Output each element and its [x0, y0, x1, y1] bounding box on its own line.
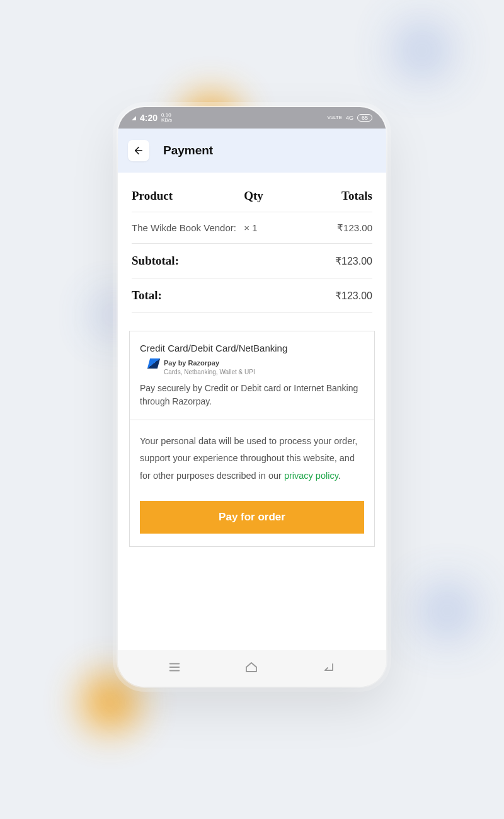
- total-value: ₹123.00: [252, 290, 372, 302]
- app-header: Payment: [118, 129, 386, 173]
- total-row: Total: ₹123.00: [132, 278, 372, 313]
- android-nav-bar: [118, 650, 386, 687]
- recent-apps-button[interactable]: [168, 660, 181, 677]
- total-label: Total:: [132, 289, 252, 302]
- arrow-left-icon: [133, 145, 144, 156]
- payment-method-desc: Pay securely by Credit or Debit card or …: [140, 382, 364, 408]
- payment-method-title: Credit Card/Debit Card/NetBanking: [140, 343, 364, 353]
- phone-frame: ◢ 4:20 0.10KB/s VoLTE 4G 65 Payment Prod…: [118, 107, 386, 687]
- home-button[interactable]: [244, 660, 259, 677]
- page-title: Payment: [163, 144, 213, 158]
- razorpay-badge: Pay by Razorpay Cards, Netbanking, Walle…: [149, 358, 364, 377]
- privacy-policy-link[interactable]: privacy policy: [284, 471, 338, 481]
- subtotal-value: ₹123.00: [252, 255, 372, 267]
- payment-method-section: Credit Card/Debit Card/NetBanking Pay by…: [130, 331, 374, 420]
- back-nav-button[interactable]: [321, 660, 336, 677]
- back-button[interactable]: [128, 140, 149, 161]
- subtotal-label: Subtotal:: [132, 254, 252, 268]
- razorpay-icon: [147, 358, 160, 369]
- status-data-rate: 0.10KB/s: [161, 113, 172, 123]
- item-total: ₹123.00: [292, 222, 372, 234]
- status-network: VoLTE: [328, 115, 342, 120]
- item-qty: × 1: [244, 222, 292, 233]
- col-product: Product: [132, 189, 244, 203]
- item-name: The Wikde Book Vendor:: [132, 221, 244, 234]
- razorpay-text: Pay by Razorpay Cards, Netbanking, Walle…: [164, 358, 255, 377]
- order-item-row: The Wikde Book Vendor: × 1 ₹123.00: [132, 212, 372, 244]
- pay-for-order-button[interactable]: Pay for order: [140, 501, 364, 534]
- col-totals: Totals: [292, 189, 372, 203]
- status-bar: ◢ 4:20 0.10KB/s VoLTE 4G 65: [118, 107, 386, 129]
- table-header-row: Product Qty Totals: [132, 186, 372, 212]
- payment-card: Credit Card/Debit Card/NetBanking Pay by…: [129, 331, 375, 547]
- battery-indicator: 65: [357, 114, 372, 122]
- content-area: Product Qty Totals The Wikde Book Vendor…: [118, 173, 386, 650]
- order-summary-table: Product Qty Totals The Wikde Book Vendor…: [118, 173, 386, 313]
- subtotal-row: Subtotal: ₹123.00: [132, 244, 372, 278]
- privacy-text: Your personal data will be used to proce…: [140, 433, 364, 485]
- privacy-section: Your personal data will be used to proce…: [130, 420, 374, 499]
- status-time: 4:20: [140, 113, 158, 123]
- signal-icon: ◢: [132, 115, 136, 121]
- col-qty: Qty: [244, 189, 292, 203]
- status-network-type: 4G: [346, 115, 353, 121]
